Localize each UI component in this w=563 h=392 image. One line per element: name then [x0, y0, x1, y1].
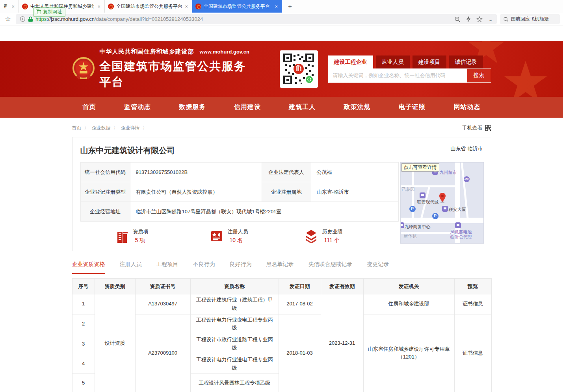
qual-name-cell: 工程设计风景园林工程专项乙级	[190, 374, 279, 392]
seq-cell: 3	[72, 334, 95, 354]
table-header-row: 序号 资质类别 资质证书号 资质名称 发证日期 发证有效期 发证机关 预览	[72, 279, 491, 294]
nav-item-policy[interactable]: 政策法规	[344, 103, 371, 111]
nav-item-credit[interactable]: 信用建设	[234, 103, 261, 111]
reg-place-label: 企业注册属地	[262, 182, 311, 202]
lightning-icon[interactable]	[466, 16, 471, 22]
nav-item-data-service[interactable]: 数据服务	[179, 103, 206, 111]
nav-item-workers[interactable]: 建筑工人	[289, 103, 316, 111]
stat-value: 111 个	[322, 237, 343, 244]
seq-cell: 5	[72, 374, 95, 392]
tab-bad-behavior[interactable]: 不良行为	[193, 261, 215, 274]
national-emblem-logo	[72, 57, 95, 81]
qualifications-table: 序号 资质类别 资质证书号 资质名称 发证日期 发证有效期 发证机关 预览 1 …	[72, 278, 492, 392]
certificate-info-link[interactable]: 证书信息	[454, 294, 491, 314]
tab-title: 全国建筑市场监管公共服务平台	[204, 3, 271, 10]
company-location-map[interactable]: 九州超市 ATM 己花园 联安现代城 联安大厦 P P 九峰商务中心 新华苑 凤…	[400, 162, 484, 244]
nav-item-supervision[interactable]: 监管动态	[124, 103, 151, 111]
url-text[interactable]: https://jzsc.mohurd.gov.cn/data/company/…	[35, 16, 203, 22]
page-top-gap	[0, 26, 563, 41]
category-cell: 设计资质	[95, 294, 135, 392]
table-row: 1 设计资质 A137030497 工程设计建筑行业（建筑工程）甲级 2017-…	[72, 294, 491, 314]
breadcrumb-home[interactable]: 首页	[72, 125, 82, 131]
search-button[interactable]: 搜索	[467, 68, 491, 83]
tab-engineering-projects[interactable]: 工程项目	[156, 261, 178, 274]
copy-icon	[37, 10, 41, 14]
breadcrumb-separator-icon: 〉	[143, 125, 147, 131]
stat-label: 资质项	[133, 228, 149, 235]
stat-historical-performance[interactable]: 历史业绩 111 个	[304, 228, 399, 244]
tab-change-records[interactable]: 变更记录	[367, 261, 389, 274]
detail-tabs: 企业资质资格 注册人员 工程项目 不良行为 良好行为 黑名单记录 失信联合惩戒记…	[72, 261, 491, 274]
col-issue-date: 发证日期	[279, 279, 321, 294]
company-info-table: 统一社会信用代码 91371302675501022B 企业法定代表人 公茂福 …	[80, 162, 399, 222]
tab-registered-personnel[interactable]: 注册人员	[120, 261, 142, 274]
close-icon[interactable]: ×	[97, 4, 101, 9]
nav-item-e-license[interactable]: 电子证照	[399, 103, 426, 111]
certificate-info-link[interactable]: 证书信息	[454, 314, 491, 392]
chevron-down-icon[interactable]: ⌄	[488, 16, 493, 22]
close-icon[interactable]: ×	[274, 4, 279, 9]
issue-date-cell: 2018-01-03	[279, 314, 321, 392]
tab-enterprise-qualifications[interactable]: 企业资质资格	[72, 261, 105, 274]
col-preview: 预览	[454, 279, 491, 294]
cert-no-cell: A137030497	[135, 294, 190, 314]
close-icon[interactable]: ×	[184, 4, 189, 9]
stat-value: 5 项	[133, 237, 149, 244]
tab-blacklist-records[interactable]: 黑名单记录	[266, 261, 294, 274]
site-favicon-icon	[22, 4, 28, 9]
atm-marker-icon: ATM	[464, 176, 470, 182]
close-icon[interactable]: ×	[11, 4, 15, 9]
url-host: ://jzsc.mohurd.gov.cn	[46, 16, 95, 22]
stat-label: 历史业绩	[322, 228, 343, 235]
company-summary-card: 山东中元建筑设计有限公司 山东省-临沂市 统一社会信用代码 9137130267…	[72, 137, 491, 251]
platform-title: 全国建筑市场监管公共服务平台	[100, 59, 258, 90]
address-bar[interactable]: https://jzsc.mohurd.gov.cn/data/company/…	[16, 14, 497, 24]
credit-code-label: 统一社会信用代码	[80, 163, 130, 182]
browser-tab-jzsc[interactable]: 全国建筑市场监管公共服务平台 ×	[105, 0, 192, 13]
browser-tab-partial[interactable]: 界 ×	[0, 0, 19, 13]
breadcrumb-separator-icon: 〉	[113, 125, 118, 131]
stat-registered-personnel[interactable]: 注册人员 10 名	[210, 228, 304, 244]
stat-qualifications[interactable]: 资质项 5 项	[115, 228, 210, 244]
nav-item-home[interactable]: 首页	[83, 103, 96, 111]
trending-search-text: 国航回应飞机颠簸	[511, 16, 549, 22]
qr-pattern-icon	[283, 54, 314, 84]
map-label-linyi-agent: 临沂总代理	[450, 235, 472, 240]
search-tab-practitioners[interactable]: 从业人员	[376, 55, 410, 68]
search-tab-projects[interactable]: 建设项目	[412, 55, 446, 68]
qual-name-cell: 工程设计市政行业道路工程专业丙级	[190, 334, 279, 354]
quick-search-box[interactable]: 国航回应飞机颠簸	[500, 14, 560, 24]
bookmark-star-icon[interactable]: ☆	[3, 15, 13, 23]
shop-marker-icon	[455, 222, 461, 228]
url-bar-row: ☆ https://jzsc.mohurd.gov.cn/data/compan…	[0, 13, 563, 26]
zoom-out-icon[interactable]	[454, 16, 461, 22]
reg-type-label: 企业登记注册类型	[80, 182, 130, 202]
shield-permissions-icon[interactable]	[20, 16, 26, 22]
breadcrumb-separator-icon: 〉	[84, 125, 89, 131]
credit-code-value: 91371302675501022B	[130, 163, 262, 182]
breadcrumb-company-detail[interactable]: 企业详情	[121, 125, 140, 131]
new-tab-button[interactable]: ＋	[282, 0, 298, 13]
col-valid-until: 发证有效期	[321, 279, 363, 294]
search-tab-construction-enterprise[interactable]: 建设工程企业	[328, 55, 373, 68]
map-road	[401, 218, 484, 223]
valid-until-cell: 2023-12-31	[321, 294, 363, 392]
search-tab-credit-records[interactable]: 诚信记录	[449, 55, 483, 68]
qual-name-cell: 工程设计建筑行业（建筑工程）甲级	[190, 294, 279, 314]
tab-dishonesty-records[interactable]: 失信联合惩戒记录	[308, 261, 353, 274]
qr-code-icon[interactable]	[485, 125, 491, 131]
favorite-star-icon[interactable]	[476, 16, 483, 22]
cert-no-cell: A237009100	[135, 314, 190, 392]
table-row: 2 A237009100 工程设计电力行业变电工程专业丙级 2018-01-03…	[72, 314, 491, 334]
map-label-supermarket: 九州超市	[440, 170, 457, 175]
qual-name-cell: 工程设计电力行业变电工程专业丙级	[190, 314, 279, 334]
map-tooltip: 点击可查看详情	[401, 163, 439, 172]
building-marker-icon	[400, 222, 404, 228]
location-pin-icon	[439, 192, 446, 203]
nav-item-site-news[interactable]: 网站动态	[453, 103, 480, 111]
keyword-search-input[interactable]	[328, 68, 467, 83]
breadcrumb-company-data[interactable]: 企业数据	[92, 125, 111, 131]
tab-good-behavior[interactable]: 良好行为	[230, 261, 252, 274]
browser-tab-active[interactable]: 全国建筑市场监管公共服务平台 ×	[192, 0, 282, 13]
mobile-view-label[interactable]: 手机查看	[462, 124, 483, 131]
